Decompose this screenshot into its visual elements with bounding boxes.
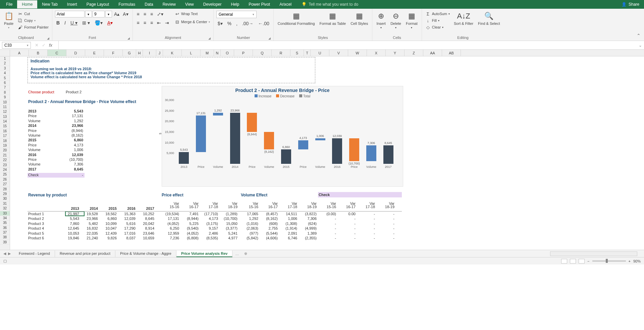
row-header-9[interactable]: 9 — [0, 95, 10, 100]
fill-color-button[interactable]: 🪣▾ — [93, 19, 104, 26]
align-bottom-icon[interactable]: ≡ — [149, 11, 154, 17]
record-macro-icon[interactable]: ▢ — [0, 259, 7, 263]
row-header-12[interactable]: 12 — [0, 109, 10, 114]
sheet-tab[interactable]: Foreword - Legend — [14, 250, 55, 257]
find-select-button[interactable]: 🔍Find & Select — [477, 11, 501, 26]
row-header-15[interactable]: 15 — [0, 124, 10, 129]
normal-view-button[interactable] — [561, 259, 567, 264]
column-header-Z[interactable]: Z — [405, 50, 423, 56]
tab-formulas[interactable]: Formulas — [114, 0, 140, 8]
font-size-input[interactable] — [93, 11, 105, 17]
row-header-33[interactable]: 33 — [0, 211, 10, 216]
dialog-launcher-icon[interactable]: ◢ — [208, 37, 211, 40]
column-header-AB[interactable]: AB — [442, 50, 461, 56]
column-header-W[interactable]: W — [348, 50, 367, 56]
increase-decimal-button[interactable]: .00→ — [241, 20, 255, 27]
row-header-20[interactable]: 20 — [0, 148, 10, 153]
tab-arixcel[interactable]: Arixcel — [275, 0, 296, 8]
row-header-7[interactable]: 7 — [0, 85, 10, 90]
column-header-K[interactable]: K — [163, 50, 182, 56]
column-header-U[interactable]: U — [311, 50, 329, 56]
row-header-18[interactable]: 18 — [0, 139, 10, 143]
zoom-in-button[interactable]: + — [629, 259, 631, 263]
row-header-26[interactable]: 26 — [0, 177, 10, 182]
sort-filter-button[interactable]: A↓ZSort & Filter — [452, 11, 475, 26]
column-header-F[interactable]: F — [104, 50, 123, 56]
tab-page-layout[interactable]: Page Layout — [82, 0, 114, 8]
sheet-nav-prev[interactable]: ◀ — [3, 251, 6, 256]
cancel-formula-icon[interactable]: ✕ — [35, 43, 39, 48]
column-header-G[interactable]: G — [123, 50, 136, 56]
row-header-21[interactable]: 21 — [0, 153, 10, 158]
row-header-24[interactable]: 24 — [0, 168, 10, 172]
font-name-input[interactable] — [55, 11, 85, 17]
row-header-10[interactable]: 10 — [0, 100, 10, 105]
tab-help[interactable]: Help — [226, 0, 244, 8]
align-middle-icon[interactable]: ≡ — [142, 11, 148, 17]
zoom-slider[interactable] — [592, 261, 626, 262]
dialog-launcher-icon[interactable]: ◢ — [268, 37, 271, 40]
row-header-27[interactable]: 27 — [0, 182, 10, 187]
column-header-X[interactable]: X — [367, 50, 386, 56]
orientation-icon[interactable]: ⤢▾ — [156, 11, 165, 17]
font-name-dropdown[interactable]: ▾ — [85, 11, 92, 17]
tab-view[interactable]: View — [180, 0, 199, 8]
column-header-A[interactable]: A — [10, 50, 29, 56]
comma-button[interactable]: , — [235, 20, 239, 27]
column-header-C[interactable]: C — [48, 50, 66, 56]
row-header-5[interactable]: 5 — [0, 76, 10, 81]
column-header-L[interactable]: L — [182, 50, 201, 56]
page-break-view-button[interactable] — [579, 259, 585, 264]
add-sheet-button[interactable]: ⊕ — [241, 251, 250, 256]
row-header-6[interactable]: 6 — [0, 81, 10, 85]
tell-me[interactable]: 💡 Tell me what you want to do — [302, 2, 358, 7]
column-header-S[interactable]: S — [290, 50, 304, 56]
row-header-8[interactable]: 8 — [0, 90, 10, 95]
align-left-icon[interactable]: ≡ — [136, 19, 141, 26]
horizontal-scrollbar[interactable] — [550, 251, 637, 256]
dialog-launcher-icon[interactable]: ◢ — [47, 37, 49, 40]
align-top-icon[interactable]: ≡ — [136, 11, 141, 17]
italic-button[interactable]: I — [63, 19, 67, 26]
row-header-34[interactable]: 34 — [0, 216, 10, 221]
row-header-16[interactable]: 16 — [0, 129, 10, 134]
number-format-dropdown[interactable]: General▾ — [216, 11, 257, 18]
row-header-28[interactable]: 28 — [0, 187, 10, 192]
zoom-level[interactable]: 90% — [633, 259, 641, 263]
cut-button[interactable]: ✂Cut — [17, 11, 49, 17]
column-header-J[interactable]: J — [156, 50, 163, 56]
tab-file[interactable]: File — [1, 0, 17, 8]
align-center-icon[interactable]: ≡ — [142, 19, 148, 26]
enter-formula-icon[interactable]: ✓ — [42, 43, 46, 48]
decrease-decimal-button[interactable]: ←.00 — [257, 20, 270, 27]
column-header-I[interactable]: I — [143, 50, 156, 56]
underline-button[interactable]: U ▾ — [69, 19, 79, 26]
format-as-table-button[interactable]: ▦Format as Table — [318, 11, 347, 26]
row-header-32[interactable]: 32 — [0, 206, 10, 211]
row-header-39[interactable]: 39 — [0, 240, 10, 245]
tab-home[interactable]: Home — [17, 0, 37, 8]
cells-canvas[interactable]: Indication Assuming we look at 2019 vs 2… — [10, 56, 644, 250]
increase-indent-icon[interactable]: ⇥ — [164, 19, 170, 26]
column-header-M[interactable]: M — [201, 50, 214, 56]
row-header-3[interactable]: 3 — [0, 66, 10, 71]
tab-review[interactable]: Review — [158, 0, 180, 8]
dialog-launcher-icon[interactable]: ◢ — [127, 37, 130, 40]
clear-button[interactable]: ◇Clear▾ — [425, 24, 450, 30]
expand-formula-bar[interactable]: ⌄ — [637, 43, 644, 48]
borders-button[interactable]: ⊞ ▾ — [81, 19, 91, 26]
column-header-D[interactable]: D — [66, 50, 85, 56]
row-header-13[interactable]: 13 — [0, 114, 10, 119]
copy-button[interactable]: ⿻Copy▾ — [17, 17, 49, 23]
row-header-38[interactable]: 38 — [0, 235, 10, 240]
column-header-B[interactable]: B — [29, 50, 48, 56]
select-all-corner[interactable] — [0, 50, 10, 56]
fx-icon[interactable]: fx — [49, 43, 54, 48]
column-header-Q[interactable]: Q — [253, 50, 272, 56]
row-header-29[interactable]: 29 — [0, 192, 10, 196]
bold-button[interactable]: B — [55, 19, 61, 26]
row-header-37[interactable]: 37 — [0, 230, 10, 235]
cell-styles-button[interactable]: ▦Cell Styles — [349, 11, 369, 26]
column-header-T[interactable]: T — [304, 50, 311, 56]
tab-developer[interactable]: Developer — [199, 0, 226, 8]
